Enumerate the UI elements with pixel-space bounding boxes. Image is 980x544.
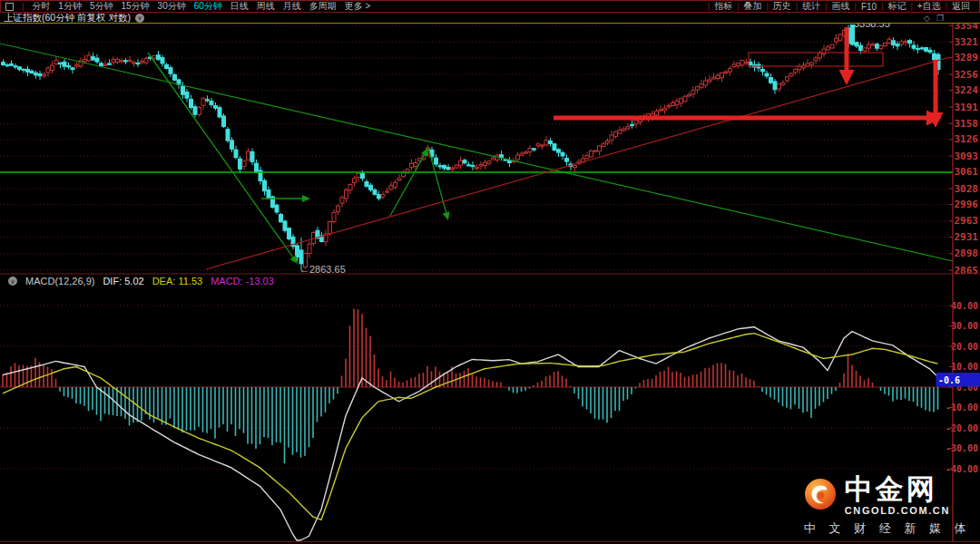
panel-icon[interactable]: ❐ [936, 14, 944, 23]
logo-name: 中金网 [845, 475, 950, 503]
svg-text:30.00: 30.00 [951, 321, 978, 331]
logo-tagline: 中 文 财 经 新 媒 体 [804, 520, 971, 537]
svg-text:3191: 3191 [955, 102, 979, 113]
menu-indicator[interactable]: 指标 [710, 0, 737, 13]
menu-history[interactable]: 历史 [769, 0, 796, 13]
svg-text:3061: 3061 [955, 166, 979, 178]
macd-params: MACD(12,26,9) [25, 276, 94, 287]
menu-f10[interactable]: F10 [857, 2, 881, 12]
svg-text:←2863.65: ←2863.65 [299, 264, 346, 275]
svg-text:3126: 3126 [955, 133, 979, 145]
logo-domain: CNGOLD.COM.CN [845, 505, 950, 516]
chart-title: 上证指数(60分钟 前复权 对数) [4, 12, 131, 24]
svg-text:-0.6: -0.6 [938, 375, 960, 385]
svg-text:-40.00: -40.00 [946, 464, 978, 474]
chart-canvas[interactable]: 3354332132893256322431913158312630933061… [0, 0, 980, 544]
menu-overlay[interactable]: 叠加 [740, 0, 767, 13]
svg-text:3321: 3321 [955, 36, 979, 48]
period-30min[interactable]: 30分钟 [158, 0, 186, 13]
period-monthly[interactable]: 月线 [283, 0, 301, 13]
svg-text:3224: 3224 [955, 84, 979, 96]
macd-value: MACD: -13.03 [211, 276, 274, 287]
svg-text:3256: 3256 [955, 69, 979, 81]
chart-title-bar: 上证指数(60分钟 前复权 对数) ∨ ◇ ❐ [0, 13, 980, 24]
svg-text:3289: 3289 [955, 52, 979, 63]
menu-mark[interactable]: 标记 [883, 0, 910, 13]
menu-back[interactable]: 返回 [947, 0, 975, 13]
window-icon[interactable] [5, 3, 14, 11]
svg-text:2996: 2996 [955, 199, 979, 210]
collapse-circle-icon[interactable]: ∨ [8, 277, 17, 286]
period-more[interactable]: 更多 > [345, 0, 371, 13]
svg-text:-30.00: -30.00 [946, 443, 978, 453]
menu-statistics[interactable]: 统计 [798, 0, 825, 13]
period-toolbar: | 分时 1分钟 5分钟 15分钟 30分钟 60分钟 日线 周线 月线 多周期… [0, 0, 980, 13]
menu-drawline[interactable]: 画线 [828, 0, 855, 13]
svg-text:2963: 2963 [955, 215, 979, 227]
svg-text:10.00: 10.00 [951, 362, 978, 372]
svg-text:3093: 3093 [955, 151, 979, 162]
svg-text:3028: 3028 [955, 183, 979, 195]
period-weekly[interactable]: 周线 [257, 0, 275, 13]
svg-text:2931: 2931 [955, 231, 979, 243]
dif-value: DIF: 5.02 [103, 276, 143, 287]
toolbar-separator: | [22, 2, 24, 11]
svg-text:-20.00: -20.00 [946, 423, 978, 433]
app-window: | 分时 1分钟 5分钟 15分钟 30分钟 60分钟 日线 周线 月线 多周期… [0, 0, 980, 544]
svg-text:20.00: 20.00 [951, 342, 978, 352]
period-60min[interactable]: 60分钟 [194, 0, 222, 13]
svg-text:40.00: 40.00 [951, 301, 978, 311]
cngold-watermark: 中金网 CNGOLD.COM.CN 中 文 财 经 新 媒 体 [804, 475, 971, 537]
period-daily[interactable]: 日线 [230, 0, 249, 13]
svg-text:-10.00: -10.00 [946, 403, 978, 413]
macd-indicator-header: ∨ MACD(12,26,9) DIF: 5.02 DEA: 11.53 MAC… [0, 276, 274, 287]
svg-text:2898: 2898 [955, 248, 979, 259]
period-multi[interactable]: 多周期 [309, 0, 337, 13]
menu-add-watchlist[interactable]: +自选 [913, 0, 946, 13]
chevron-down-circle-icon[interactable]: ∨ [135, 14, 144, 23]
svg-text:2865: 2865 [955, 265, 979, 277]
dea-value: DEA: 11.53 [152, 276, 202, 287]
diamond-icon[interactable]: ◇ [924, 14, 930, 23]
svg-text:3158: 3158 [955, 118, 979, 130]
cngold-swirl-icon [804, 478, 837, 514]
